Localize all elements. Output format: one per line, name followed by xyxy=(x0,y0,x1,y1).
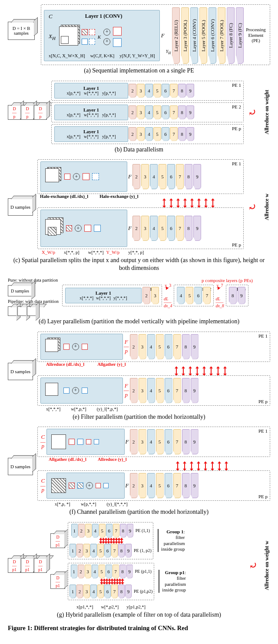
layer1-block: C Layer 1 (CONV) XH xyxy=(44,10,160,61)
pe-1: + F 2 3 4 5 6 7 8 9 PE 1 xyxy=(37,159,244,194)
input-stack xyxy=(58,26,79,47)
samples-box: D samples xyxy=(8,458,33,475)
caption-e: (e) Filter parallelism (partition the mo… xyxy=(8,413,270,421)
side-label-g: Allreduce on weight w xyxy=(264,541,270,590)
composite-label: p composite layers (p PEs) xyxy=(62,278,270,283)
layer-7: Layer 7 (POOL) xyxy=(218,7,225,64)
pe-2-block: PE 2 4 5 6 7 xyxy=(174,285,214,306)
x-sig: x[N,C, X_W×X_H] xyxy=(49,53,85,58)
halo-2: Halo-exchange (y)_l xyxy=(99,194,139,199)
pe-box: C Layer 1 (CONV) XH xyxy=(41,4,270,65)
figure-caption: Figure 1: Different strategies for distr… xyxy=(8,624,270,632)
caption-b: (b) Data parallelism xyxy=(8,146,270,154)
allreduce-arc-icon: ⤾ xyxy=(249,559,258,572)
pe-p: + F — p 2 3 4 5 6 7 8 9 PE p xyxy=(37,375,270,406)
group-1: 1 2 3 4 5 6 7 8 9 PE (1,1) xyxy=(68,522,153,559)
f-connectors xyxy=(37,462,270,470)
pe-p: + F 2 3 4 5 6 7 8 9 PE p xyxy=(37,207,244,249)
caption-c: (c) Spatial parallelism splits the input… xyxy=(8,256,270,272)
caption-g: (g) Hybrid parallelism (example of filte… xyxy=(8,611,270,619)
xwp-label: X_W/p xyxy=(42,250,55,255)
panel-d: Pure: without data partition D samples P… xyxy=(8,278,270,325)
pe-top-label: Processing Element (PE) xyxy=(246,27,266,44)
layer-3: Layer 3 (POOL) xyxy=(181,7,189,64)
chunks-g: D — p1 D — p1 D — p1 xyxy=(8,558,47,573)
pe-p: Layer 1 x[p,*,*] w[*,*,*] y[p,*,*] 2 3 4… xyxy=(51,124,244,144)
pe-2: Layer 1 x[p,*,*] w[*,*,*] y[p,*,*] 2 3 4… xyxy=(51,102,244,122)
layer-4: Layer 4 (CONV) xyxy=(190,7,198,64)
pe-1: C — p F 2 3 4 5 6 7 8 9 PE 1 xyxy=(37,427,270,457)
pe-1-block: PE 1 Layer 1 x[*,*,*] w[*,*,*] y[*,*,*] … xyxy=(62,285,162,306)
caption-a: (a) Sequential implementation on a singl… xyxy=(8,67,270,75)
dim-K: K xyxy=(98,34,101,39)
samples-label: D = I × B samples xyxy=(8,26,34,36)
layer1-title: Layer 1 (CONV) xyxy=(85,13,122,20)
layer-6: Layer 6 (CONV) xyxy=(208,7,216,64)
pe-1: + F — p 2 3 4 5 6 7 8 9 PE 1 xyxy=(37,332,270,362)
pe-1: Layer 1 x[p,*,*] w[*,*,*] y[p,*,*] 2 3 4… xyxy=(51,81,244,101)
halo-1: Halo-exchange (dL/dx)_l xyxy=(40,194,88,199)
e-connectors xyxy=(37,367,270,375)
pe-p: C — p + F 2 3 4 5 6 7 8 9 PE p xyxy=(37,470,270,501)
y-sig: y[N,F, Y_W×Y_H] xyxy=(119,53,155,58)
chunks: D — p D — p D — p xyxy=(8,105,47,120)
dim-XH: XH xyxy=(49,33,56,41)
group-1-label: Group 1:filterparallelisminside group xyxy=(158,529,185,552)
dim-F: F xyxy=(161,32,165,39)
allreduce-arc-icon: ⤾ xyxy=(248,201,257,213)
panel-e: D samples + F — p 2 3 4 5 6 7 xyxy=(8,332,270,421)
layer-9: Layer 9 (FC) xyxy=(236,7,244,64)
dim-C: C xyxy=(49,13,53,20)
pe-p-block: PE p 8 9 xyxy=(226,285,248,306)
figure-1: D = I × B samples C Layer 1 (CONV) XH xyxy=(0,0,278,636)
panel-a: D = I × B samples C Layer 1 (CONV) XH xyxy=(8,4,270,75)
group-p1-label: Group p1:filterparallelisminside group xyxy=(159,570,186,593)
layer-2: Layer 2 (RELU) xyxy=(172,7,180,64)
samples-box: D samples xyxy=(8,198,33,216)
panel-f: D samples C — p F 2 3 4 5 6 7 8 9 xyxy=(8,427,270,516)
side-label-b: Allreduce on weight xyxy=(264,90,270,134)
add-op-1: + xyxy=(103,29,110,36)
samples-box: D samples xyxy=(8,363,33,380)
panel-g: D — p1 D — p1 D — p1 D — p1 1 2 3 4 5 6 … xyxy=(8,522,270,619)
dim-YH: YH xyxy=(166,49,171,55)
group-p1: 1 2 3 4 5 6 7 8 9 PE (p1,1) xyxy=(68,563,154,600)
panel-b: D — p D — p D — p Layer 1 x[p,*,*] w[*,*… xyxy=(8,81,270,154)
caption-f: (f) Channel parallelism (partition the m… xyxy=(8,508,270,516)
allreduce-arc-icon: ⤾ xyxy=(248,106,257,118)
panel-c: D samples + F 2 3 4 5 6 xyxy=(8,159,270,272)
add-op-2: + xyxy=(103,38,110,45)
ywp-label: Y_W/p xyxy=(106,250,119,255)
samples-box: D = I × B samples xyxy=(8,22,35,40)
caption-d: (d) Layer parallelism (partition the mod… xyxy=(8,318,270,325)
halo-connectors xyxy=(37,199,244,207)
layer-8: Layer 8 (FC) xyxy=(227,7,235,64)
side-label-c: Allreduce w xyxy=(264,194,270,220)
layer-5: Layer 5 (POOL) xyxy=(199,7,207,64)
w-sig: w[C,F, K×K] xyxy=(90,53,115,58)
